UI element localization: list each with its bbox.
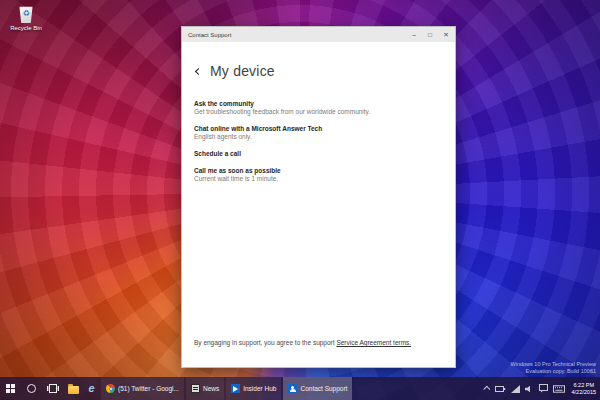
taskbar-app-label: (51) Twitter - Googl... — [118, 385, 179, 392]
action-center-button[interactable] — [539, 384, 548, 393]
option-title: Ask the community — [194, 100, 443, 108]
battery-icon — [495, 385, 506, 393]
tray-expand-button[interactable] — [485, 386, 490, 391]
network-button[interactable] — [511, 385, 520, 393]
contact-support-window: Contact Support – □ ✕ My device Ask the … — [181, 26, 456, 368]
recycle-glyph-icon: ♻ — [19, 10, 34, 18]
desktop: ♻ Recycle Bin Windows 10 Pro Technical P… — [0, 0, 600, 400]
touch-keyboard-icon — [553, 385, 565, 393]
task-view-icon — [47, 384, 59, 393]
taskbar: e (51) Twitter - Googl... News Insider H… — [0, 377, 600, 400]
recycle-bin-icon: ♻ — [19, 6, 34, 23]
recycle-bin[interactable]: ♻ Recycle Bin — [7, 6, 45, 31]
option-call-me[interactable]: Call me as soon as possible Current wait… — [194, 167, 443, 183]
window-title: Contact Support — [182, 32, 406, 38]
support-options: Ask the community Get troubleshooting fe… — [194, 100, 443, 183]
option-title: Schedule a call — [194, 150, 443, 158]
agreement-text: By engaging in support, you agree to the… — [194, 339, 336, 346]
start-button[interactable] — [0, 377, 21, 400]
internet-explorer-button[interactable]: e — [84, 377, 99, 400]
taskbar-app-news[interactable]: News — [186, 377, 224, 400]
taskbar-app-insider-hub[interactable]: Insider Hub — [226, 377, 281, 400]
window-titlebar[interactable]: Contact Support – □ ✕ — [182, 27, 455, 42]
window-content: My device Ask the community Get troubles… — [182, 42, 455, 369]
option-desc: Current wait time is 1 minute. — [194, 175, 443, 183]
contact-support-icon — [288, 384, 297, 393]
maximize-button[interactable]: □ — [422, 27, 438, 42]
watermark-line1: Windows 10 Pro Technical Preview — [511, 361, 597, 368]
option-title: Chat online with a Microsoft Answer Tech — [194, 125, 443, 133]
option-schedule-call[interactable]: Schedule a call — [194, 150, 443, 158]
back-icon[interactable] — [195, 67, 202, 74]
clock-time: 6:22 PM — [572, 382, 596, 389]
windows-logo-icon — [6, 384, 15, 393]
option-title: Call me as soon as possible — [194, 167, 443, 175]
page-header: My device — [194, 42, 443, 79]
system-tray: 6:22 PM 4/22/2015 — [485, 382, 600, 396]
minimize-button[interactable]: – — [406, 27, 422, 42]
option-desc: Get troubleshooting feedback from our wo… — [194, 108, 443, 116]
option-chat-online[interactable]: Chat online with a Microsoft Answer Tech… — [194, 125, 443, 141]
clock-date: 4/22/2015 — [572, 389, 596, 396]
service-agreement-link[interactable]: Service Agreement terms. — [336, 339, 411, 346]
watermark-line2: Evaluation copy. Build 10061 — [511, 368, 597, 375]
taskbar-app-label: Insider Hub — [243, 385, 276, 392]
taskbar-app-label: Contact Support — [300, 385, 347, 392]
taskbar-clock[interactable]: 6:22 PM 4/22/2015 — [570, 382, 596, 396]
folder-icon — [68, 386, 79, 394]
chrome-icon — [106, 384, 115, 393]
ie-icon: e — [88, 383, 94, 394]
close-button[interactable]: ✕ — [438, 27, 454, 42]
action-center-icon — [539, 384, 548, 393]
cortana-circle-icon — [27, 384, 36, 393]
file-explorer-button[interactable] — [63, 377, 84, 400]
touch-keyboard-button[interactable] — [553, 385, 565, 393]
option-desc: English agents only. — [194, 133, 443, 141]
taskbar-app-chrome[interactable]: (51) Twitter - Googl... — [101, 377, 184, 400]
battery-button[interactable] — [495, 385, 506, 393]
option-ask-community[interactable]: Ask the community Get troubleshooting fe… — [194, 100, 443, 116]
volume-icon — [525, 385, 534, 393]
chevron-up-icon — [483, 386, 490, 393]
volume-button[interactable] — [525, 385, 534, 393]
recycle-bin-label: Recycle Bin — [7, 25, 45, 31]
news-icon — [191, 384, 200, 393]
network-icon — [511, 385, 520, 393]
taskbar-app-contact-support[interactable]: Contact Support — [283, 377, 352, 400]
insider-hub-icon — [231, 384, 240, 393]
task-view-button[interactable] — [42, 377, 63, 400]
support-agreement-note: By engaging in support, you agree to the… — [194, 339, 443, 347]
search-button[interactable] — [21, 377, 42, 400]
taskbar-app-label: News — [203, 385, 219, 392]
page-title: My device — [210, 63, 275, 79]
build-watermark: Windows 10 Pro Technical Preview Evaluat… — [511, 361, 597, 375]
